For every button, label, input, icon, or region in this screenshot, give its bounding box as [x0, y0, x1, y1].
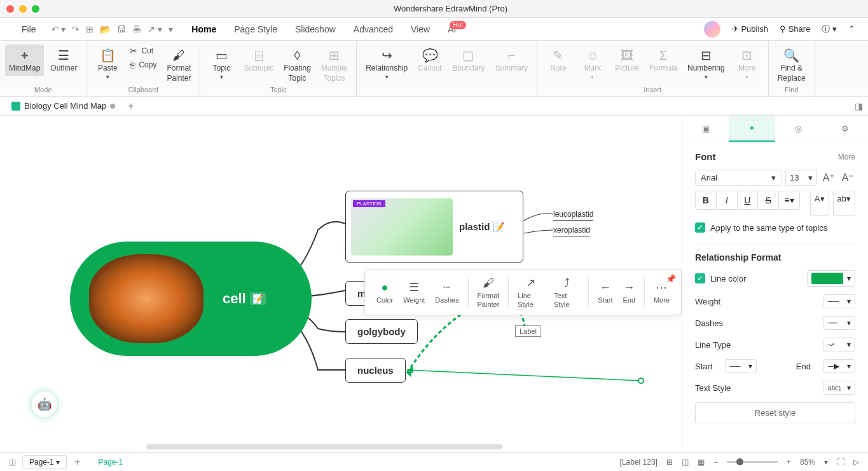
font-size-select[interactable]: 13▾ — [785, 170, 817, 186]
ft-weight-button[interactable]: ☰Weight — [398, 278, 430, 307]
fit-width-icon[interactable]: ⊞ — [666, 458, 673, 467]
export-icon[interactable]: ↗ ▾ — [148, 24, 162, 34]
zoom-dropdown[interactable]: ▾ — [824, 458, 828, 467]
undo-icon[interactable]: ↶ ▾ — [52, 24, 66, 34]
cut-button[interactable]: ✂Cut — [126, 44, 160, 57]
minimize-window-button[interactable] — [19, 5, 27, 13]
tab-slideshow[interactable]: Slideshow — [286, 22, 345, 37]
outliner-mode-button[interactable]: ☰Outliner — [46, 44, 81, 76]
align-button[interactable]: ≡▾ — [779, 191, 799, 209]
sidebar-tab-topic[interactable]: ▣ — [682, 116, 729, 142]
xeroplastid-label[interactable]: xeroplastid — [553, 226, 590, 236]
ft-dashes-button[interactable]: ┄Dashes — [430, 278, 464, 307]
ft-linestyle-button[interactable]: ↗Line Style — [513, 273, 549, 312]
dashes-select[interactable]: ┄┄▾ — [823, 316, 855, 330]
ft-textstyle-button[interactable]: ⤴Text Style — [549, 273, 584, 312]
pin-icon[interactable]: 📌 — [666, 274, 676, 283]
formula-button[interactable]: ΣFormula — [645, 44, 681, 76]
topic-plastid[interactable]: PLASTIDS plastid 📝 — [345, 191, 523, 263]
mindmap-mode-button[interactable]: ⌖MindMap — [5, 44, 44, 76]
mark-button[interactable]: ☺Mark▾ — [577, 44, 609, 83]
font-more-link[interactable]: More — [838, 153, 855, 161]
floating-topic-button[interactable]: ◊Floating Topic — [280, 44, 315, 86]
font-color-button[interactable]: A▾ — [810, 191, 829, 216]
find-replace-button[interactable]: 🔍Find & Replace — [774, 44, 809, 86]
redo-icon[interactable]: ↷ — [72, 24, 79, 34]
topic-button[interactable]: ▭Topic▾ — [205, 44, 237, 83]
callout-button[interactable]: 💬Callout — [414, 44, 446, 76]
share-button[interactable]: ⚲ Share — [780, 24, 810, 34]
decrease-font-button[interactable]: A⁻ — [840, 172, 855, 184]
summary-button[interactable]: ⌐Summary — [492, 44, 532, 76]
plastid-note-icon[interactable]: 📝 — [493, 221, 505, 233]
zoom-thumb[interactable] — [736, 458, 743, 465]
tab-ai[interactable]: AIHot — [439, 22, 481, 37]
fit-page-icon[interactable]: ◫ — [682, 458, 689, 467]
print-icon[interactable]: 🖶 — [132, 24, 141, 34]
zoom-out-button[interactable]: − — [713, 458, 718, 467]
line-type-select[interactable]: ⤻▾ — [823, 338, 855, 352]
numbering-button[interactable]: ⊟Numbering▾ — [684, 44, 729, 83]
new-tab-button[interactable]: + — [128, 100, 134, 112]
start-arrow-select[interactable]: ──▾ — [725, 359, 757, 373]
close-window-button[interactable] — [6, 5, 14, 13]
format-painter-button[interactable]: 🖌Format Painter — [163, 44, 195, 86]
pages-icon[interactable]: ◫ — [9, 458, 16, 467]
increase-font-button[interactable]: A⁺ — [821, 172, 836, 184]
text-style-select[interactable]: abc⤵▾ — [823, 381, 855, 395]
page-tab[interactable]: Page-1 — [88, 458, 133, 467]
canvas[interactable]: cell 📝 PLASTIDS plastid 📝 leucoplastid x… — [0, 116, 682, 452]
text-effect-button[interactable]: ab▾ — [833, 191, 855, 216]
document-tab[interactable]: Biology Cell Mind Map — [5, 99, 121, 113]
horizontal-scrollbar[interactable] — [146, 444, 502, 449]
tab-page-style[interactable]: Page Style — [225, 22, 286, 37]
relationship-label[interactable]: Label — [515, 325, 541, 337]
tab-home[interactable]: Home — [183, 22, 225, 37]
reset-style-button[interactable]: Reset style — [695, 402, 855, 423]
paste-button[interactable]: 📋Paste▾ — [92, 44, 123, 83]
line-color-picker[interactable]: ▾ — [807, 270, 855, 287]
sidebar-tab-pin[interactable]: ◎ — [775, 116, 822, 142]
sidebar-tab-settings[interactable]: ⚙ — [822, 116, 868, 142]
weight-select[interactable]: ──▾ — [823, 294, 855, 308]
copy-button[interactable]: ⎘Copy — [126, 58, 160, 71]
tab-advanced[interactable]: Advanced — [345, 22, 402, 37]
center-topic-cell[interactable]: cell 📝 — [70, 242, 312, 356]
ft-color-button[interactable]: ●Color — [371, 278, 398, 307]
add-page-button[interactable]: + — [74, 456, 80, 468]
presentation-icon[interactable]: ▷ — [853, 458, 859, 467]
open-icon[interactable]: 📂 — [100, 24, 111, 34]
subtopic-button[interactable]: ⌸Subtopic — [240, 44, 277, 76]
picture-button[interactable]: 🖼Picture — [611, 44, 643, 76]
underline-button[interactable]: U — [738, 191, 759, 209]
view-mode-icon[interactable]: ▦ — [698, 458, 705, 467]
publish-button[interactable]: ✈ Publish — [732, 24, 768, 34]
fullscreen-icon[interactable]: ⛶ — [837, 458, 844, 467]
file-menu[interactable]: File — [13, 22, 45, 37]
bold-button[interactable]: B — [696, 191, 717, 209]
maximize-window-button[interactable] — [32, 5, 39, 13]
font-family-select[interactable]: Arial▾ — [695, 170, 782, 186]
multiple-topics-button[interactable]: ⊞Multiple Topics — [317, 44, 351, 86]
leucoplastid-label[interactable]: leucoplastid — [553, 210, 593, 221]
user-avatar[interactable] — [704, 21, 720, 38]
italic-button[interactable]: I — [717, 191, 738, 209]
help-icon[interactable]: ⓘ ▾ — [822, 24, 837, 35]
ft-start-button[interactable]: ←Start — [593, 278, 617, 307]
collapse-ribbon-icon[interactable]: ⌃ — [848, 24, 855, 34]
relationship-button[interactable]: ↪Relationship▾ — [362, 44, 411, 83]
page-selector[interactable]: Page-1 ▾ — [22, 455, 67, 469]
ft-end-button[interactable]: →End — [618, 278, 641, 307]
strike-button[interactable]: S — [758, 191, 779, 209]
boundary-button[interactable]: ▢Boundary — [448, 44, 488, 76]
cell-note-icon[interactable]: 📝 — [250, 292, 266, 305]
tab-view[interactable]: View — [402, 22, 439, 37]
topic-golgybody[interactable]: golgybody — [345, 319, 418, 344]
zoom-in-button[interactable]: + — [787, 458, 791, 467]
end-arrow-select[interactable]: ─▶▾ — [823, 359, 855, 373]
save-icon[interactable]: 🖫 — [117, 24, 126, 34]
more-insert-button[interactable]: ⊡More▾ — [731, 44, 763, 83]
topic-nucleus[interactable]: nucleus — [345, 358, 406, 383]
note-button[interactable]: ✎Note — [542, 44, 574, 76]
zoom-slider[interactable] — [727, 461, 778, 463]
